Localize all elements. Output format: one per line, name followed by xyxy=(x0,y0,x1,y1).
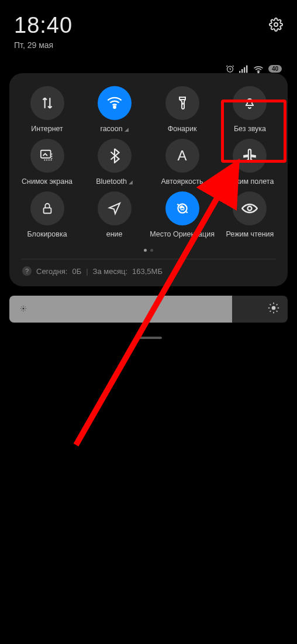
page-dots xyxy=(15,249,282,252)
svg-point-9 xyxy=(182,103,183,104)
svg-line-20 xyxy=(22,307,22,307)
usage-today-value: 0Б xyxy=(72,267,81,276)
brightness-slider[interactable] xyxy=(9,296,288,323)
quick-settings-panel: Интернетracoon◢ФонарикБез звукаСнимок эк… xyxy=(9,73,288,286)
svg-point-7 xyxy=(113,106,116,108)
svg-rect-11 xyxy=(43,208,51,213)
tile-label: ение xyxy=(106,230,123,238)
clock-date: Пт, 29 мая xyxy=(14,40,72,50)
svg-point-6 xyxy=(258,71,259,73)
svg-line-31 xyxy=(270,311,271,312)
svg-point-15 xyxy=(23,308,25,310)
tile-location[interactable]: ение xyxy=(82,191,146,238)
tile-label: Режим полета xyxy=(226,177,274,186)
bell-icon[interactable] xyxy=(233,86,267,120)
usage-month-label: За месяц: xyxy=(93,267,127,276)
flashlight-icon[interactable] xyxy=(165,86,199,120)
svg-rect-3 xyxy=(241,69,243,73)
svg-rect-2 xyxy=(239,71,240,73)
tile-autobright[interactable]: AАвтояркость xyxy=(150,139,215,186)
gear-icon[interactable] xyxy=(269,18,283,34)
tile-screenshot[interactable]: Снимок экрана xyxy=(15,139,79,186)
svg-point-14 xyxy=(248,207,252,211)
tile-mute[interactable]: Без звука xyxy=(218,86,282,133)
tile-label: Интернет xyxy=(31,125,63,133)
data-arrows-icon[interactable] xyxy=(30,86,64,120)
usage-today-label: Сегодня: xyxy=(36,267,67,276)
tile-lock[interactable]: Блокировка xyxy=(15,191,79,238)
svg-point-0 xyxy=(274,23,278,26)
tile-label: Без звука xyxy=(234,125,266,133)
svg-line-29 xyxy=(270,304,271,306)
help-icon: ? xyxy=(22,266,32,276)
location-icon[interactable] xyxy=(98,191,132,225)
svg-line-21 xyxy=(25,310,26,311)
status-bar: 40 xyxy=(226,64,282,73)
tile-flashlight[interactable]: Фонарик xyxy=(150,86,215,133)
tile-label: Фонарик xyxy=(168,125,197,133)
tile-airplane[interactable]: Режим полета xyxy=(218,139,282,186)
tile-label: Блокировка xyxy=(27,230,67,238)
tile-internet[interactable]: Интернет xyxy=(15,86,79,133)
screenshot-icon[interactable] xyxy=(30,139,64,173)
svg-point-24 xyxy=(272,306,276,310)
drag-handle[interactable] xyxy=(135,337,162,339)
tile-label: racoon◢ xyxy=(101,125,129,133)
orientation-icon[interactable] xyxy=(165,191,199,225)
alarm-icon xyxy=(226,64,234,73)
lock-icon[interactable] xyxy=(30,191,64,225)
tile-wifi[interactable]: racoon◢ xyxy=(82,86,146,133)
svg-line-22 xyxy=(22,310,22,311)
clock-time: 18:40 xyxy=(14,13,72,38)
signal-icon xyxy=(239,65,248,73)
wifi-icon[interactable] xyxy=(98,86,132,120)
tile-orientation[interactable]: Место Ориентация xyxy=(150,191,215,238)
brightness-low-icon xyxy=(20,304,27,314)
svg-rect-4 xyxy=(244,67,245,73)
eye-icon[interactable] xyxy=(233,191,267,225)
data-usage-row[interactable]: ? Сегодня: 0Б | За месяц: 163,5МБ xyxy=(15,259,282,278)
svg-line-23 xyxy=(25,307,26,307)
tile-reading[interactable]: Режим чтения xyxy=(218,191,282,238)
usage-month-value: 163,5МБ xyxy=(132,267,163,276)
letter-a-icon[interactable]: A xyxy=(165,139,199,173)
airplane-icon[interactable] xyxy=(233,139,267,173)
battery-badge: 40 xyxy=(268,65,282,73)
tile-label: Место Ориентация xyxy=(150,230,215,238)
tile-bluetooth[interactable]: Bluetooth◢ xyxy=(82,139,146,186)
wifi-status-icon xyxy=(253,65,264,73)
tile-label: Автояркость xyxy=(161,177,203,186)
bluetooth-icon[interactable] xyxy=(98,139,132,173)
svg-line-30 xyxy=(277,311,278,312)
tile-label: Снимок экрана xyxy=(22,177,72,186)
tile-label: Режим чтения xyxy=(226,230,274,238)
brightness-high-icon xyxy=(268,302,279,316)
svg-rect-5 xyxy=(246,65,247,73)
tile-label: Bluetooth◢ xyxy=(96,177,133,186)
svg-line-32 xyxy=(277,304,278,306)
